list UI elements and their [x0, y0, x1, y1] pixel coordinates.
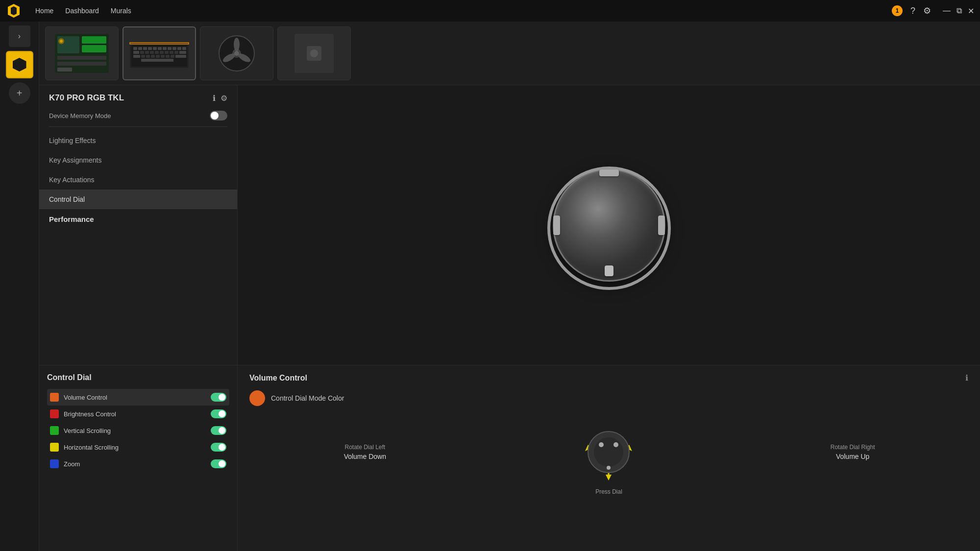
control-item-vertical-scroll[interactable]: Vertical Scrolling: [47, 422, 229, 439]
nav-home[interactable]: Home: [35, 7, 53, 15]
dial-bump-bottom: [605, 265, 613, 276]
sidebar-collapse-button[interactable]: ›: [9, 25, 30, 47]
toggle-brightness[interactable]: [211, 409, 226, 418]
svg-rect-43: [141, 59, 173, 62]
control-item-brightness[interactable]: Brightness Control: [47, 406, 229, 422]
svg-rect-40: [166, 55, 170, 58]
svg-rect-44: [130, 43, 189, 44]
nav-item-performance[interactable]: Performance: [39, 209, 237, 229]
svg-rect-27: [150, 51, 154, 54]
control-dial-visual: [553, 169, 665, 282]
dial-bump-left: [553, 216, 560, 235]
close-button[interactable]: ✕: [968, 6, 974, 16]
control-item-horizontal-scroll[interactable]: Horizontal Scrolling: [47, 439, 229, 455]
rotate-left-title: Rotate Dial Left: [336, 444, 394, 451]
svg-rect-17: [153, 47, 157, 50]
help-icon[interactable]: ?: [910, 6, 915, 16]
device-thumbnail-fan[interactable]: [200, 26, 273, 80]
rotate-right-title: Rotate Dial Right: [823, 444, 882, 451]
device-memory-label: Device Memory Mode: [49, 112, 111, 120]
color-dot-vertical-scroll: [50, 426, 59, 435]
toggle-zoom[interactable]: [211, 459, 226, 468]
device-memory-row: Device Memory Mode: [39, 109, 237, 126]
main-content: K70 PRO RGB TKL ℹ ⚙ Device Memory Mode L…: [39, 85, 980, 365]
svg-point-59: [594, 437, 623, 467]
toggle-vertical-scroll[interactable]: [211, 426, 226, 435]
content-area: K70 PRO RGB TKL ℹ ⚙ Device Memory Mode L…: [39, 22, 980, 551]
color-mode-label: Control Dial Mode Color: [271, 394, 344, 402]
device-info-icon[interactable]: ℹ: [213, 94, 216, 103]
add-device-button[interactable]: +: [9, 82, 30, 104]
control-item-label-volume: Volume Control: [64, 394, 206, 401]
svg-rect-24: [133, 51, 139, 54]
svg-rect-38: [156, 55, 160, 58]
dial-bump-right: [658, 216, 665, 235]
titlebar: Home Dashboard Murals 1 ? ⚙ — ⧉ ✕: [0, 0, 980, 22]
svg-point-51: [233, 48, 241, 56]
main-layout: › +: [0, 22, 980, 551]
nav-dashboard[interactable]: Dashboard: [65, 7, 99, 15]
svg-rect-8: [57, 68, 72, 72]
control-item-zoom[interactable]: Zoom: [47, 455, 229, 472]
svg-rect-18: [158, 47, 162, 50]
device-thumbnail-placeholder[interactable]: [277, 26, 351, 80]
preview-area: [238, 85, 980, 365]
rotate-left-value: Volume Down: [336, 453, 394, 460]
device-header-icons: ℹ ⚙: [213, 94, 227, 103]
bottom-panels: Control Dial Volume Control Brightness C…: [39, 365, 980, 551]
rotate-right-action: Rotate Dial Right Volume Up: [823, 444, 882, 460]
left-sidebar: › +: [0, 22, 39, 551]
svg-point-62: [607, 466, 611, 470]
control-item-volume[interactable]: Volume Control: [47, 389, 229, 406]
nav-murals[interactable]: Murals: [111, 7, 131, 15]
svg-point-10: [60, 40, 63, 43]
volume-panel-title: Volume Control: [249, 374, 960, 383]
color-mode-row: Control Dial Mode Color: [249, 390, 968, 406]
svg-rect-14: [138, 47, 142, 50]
svg-rect-39: [161, 55, 165, 58]
color-dot-volume: [50, 393, 59, 402]
svg-rect-42: [175, 55, 186, 58]
press-dial-label: Press Dial: [249, 488, 968, 495]
control-item-label-brightness: Brightness Control: [64, 410, 206, 418]
nav-item-key-assignments[interactable]: Key Assignments: [39, 150, 237, 170]
svg-marker-57: [606, 475, 612, 480]
toggle-volume[interactable]: [211, 393, 226, 402]
svg-rect-4: [82, 36, 106, 44]
rotate-left-action: Rotate Dial Left Volume Down: [336, 444, 394, 460]
svg-rect-28: [155, 51, 159, 54]
notification-badge[interactable]: 1: [892, 5, 903, 16]
window-controls: — ⧉ ✕: [943, 6, 974, 16]
svg-rect-7: [57, 62, 106, 66]
svg-rect-25: [140, 51, 144, 54]
device-thumbnail-keyboard[interactable]: [122, 26, 196, 80]
device-header: K70 PRO RGB TKL ℹ ⚙: [39, 85, 237, 109]
svg-rect-29: [160, 51, 164, 54]
volume-info-icon[interactable]: ℹ: [965, 373, 968, 383]
svg-rect-41: [171, 55, 174, 58]
svg-rect-23: [182, 47, 186, 50]
nav-item-key-actuations[interactable]: Key Actuations: [39, 170, 237, 190]
svg-rect-34: [133, 55, 140, 58]
settings-icon[interactable]: ⚙: [923, 5, 931, 16]
toggle-horizontal-scroll[interactable]: [211, 443, 226, 452]
device-memory-toggle[interactable]: [210, 111, 227, 120]
volume-panel: Volume Control ℹ Control Dial Mode Color…: [238, 365, 980, 551]
minimize-button[interactable]: —: [943, 6, 951, 16]
dial-diagram: [574, 418, 643, 486]
nav-item-control-dial[interactable]: Control Dial: [39, 190, 237, 209]
color-dot-zoom: [50, 459, 59, 468]
device-settings-icon[interactable]: ⚙: [220, 94, 227, 103]
device-thumbnail-motherboard[interactable]: [45, 26, 119, 80]
maximize-button[interactable]: ⧉: [956, 6, 962, 16]
svg-rect-32: [174, 51, 178, 54]
svg-rect-15: [143, 47, 147, 50]
nav-item-lighting-effects[interactable]: Lighting Effects: [39, 131, 237, 150]
color-mode-circle[interactable]: [249, 390, 265, 406]
device-hexagon-icon: [13, 58, 26, 72]
svg-rect-16: [148, 47, 152, 50]
volume-panel-header: Volume Control ℹ: [249, 373, 968, 383]
active-device-icon[interactable]: [6, 51, 33, 78]
svg-rect-35: [141, 55, 145, 58]
svg-rect-20: [168, 47, 172, 50]
